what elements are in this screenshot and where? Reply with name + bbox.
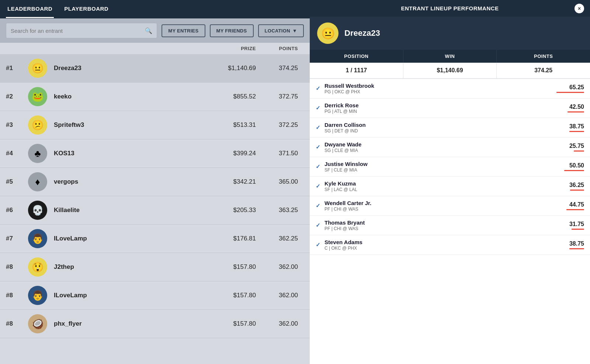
perf-header-position: POSITION: [310, 50, 403, 63]
left-panel: LEADERBOARD PLAYERBOARD 🔍 MY ENTRIES MY …: [0, 0, 310, 364]
my-entries-button[interactable]: MY ENTRIES: [162, 24, 205, 37]
table-row[interactable]: #8 🥥 phx_flyer $157.80 362.00: [0, 310, 310, 338]
username-label: Spriteftw3: [54, 121, 197, 129]
table-row[interactable]: #2 🐸 keeko $855.52 372.75: [0, 83, 310, 111]
table-row[interactable]: #7 👨 ILoveLamp $176.81 362.25: [0, 225, 310, 253]
prize-value: $157.80: [197, 292, 256, 299]
player-row[interactable]: ✓ Dwyane Wade SG | CLE @ MIA 25.75: [310, 138, 590, 157]
avatar-image: 🥥: [28, 314, 47, 333]
leaderboard-list: #1 😐 Dreeza23 $1,140.69 374.25 #2 🐸 keek…: [0, 54, 310, 364]
table-row[interactable]: #6 💀 Killaelite $205.33 363.25: [0, 196, 310, 225]
avatar-image: 👨: [28, 229, 47, 248]
prize-value: $513.31: [197, 121, 256, 129]
panel-header: ENTRANT LINEUP PERFORMANCE ×: [310, 0, 590, 17]
checkmark-icon: ✓: [316, 144, 323, 150]
search-input[interactable]: [11, 28, 145, 34]
rank-label: #8: [6, 263, 28, 271]
tab-leaderboard[interactable]: LEADERBOARD: [6, 0, 54, 18]
score-wrap: 36.25: [566, 182, 584, 191]
avatar: 😕: [28, 115, 54, 135]
close-button[interactable]: ×: [575, 4, 584, 13]
player-meta: C | OKC @ PHX: [324, 246, 566, 251]
avatar-image: 👨: [28, 286, 47, 305]
table-row[interactable]: #3 😕 Spriteftw3 $513.31 372.25: [0, 111, 310, 139]
checkmark-icon: ✓: [316, 85, 323, 92]
player-row[interactable]: ✓ Justise Winslow SF | CLE @ MIA 50.50: [310, 157, 590, 177]
table-row[interactable]: #8 👨 ILoveLamp $157.80 362.00: [0, 281, 310, 310]
player-row[interactable]: ✓ Steven Adams C | OKC @ PHX 38.75: [310, 235, 590, 255]
rank-label: #6: [6, 207, 28, 214]
score-bar: [574, 150, 584, 152]
prize-value: $342.21: [197, 178, 256, 186]
points-value: 362.00: [256, 292, 304, 299]
performance-headers: POSITION WIN POINTS: [310, 50, 590, 63]
prize-value: $157.80: [197, 263, 256, 271]
panel-title: ENTRANT LINEUP PERFORMANCE: [401, 5, 499, 11]
player-score: 50.50: [566, 162, 584, 169]
table-row[interactable]: #5 ♦ vergops $342.21 365.00: [0, 168, 310, 196]
player-row[interactable]: ✓ Darren Collison SG | DET @ IND 38.75: [310, 118, 590, 138]
player-score: 31.75: [566, 221, 584, 228]
player-score: 44.75: [566, 201, 584, 208]
score-bar: [570, 190, 584, 191]
player-info: Steven Adams C | OKC @ PHX: [323, 239, 566, 251]
prize-value: $1,140.69: [197, 65, 256, 72]
player-name: Dwyane Wade: [324, 141, 566, 148]
player-row[interactable]: ✓ Kyle Kuzma SF | LAC @ LAL 36.25: [310, 177, 590, 196]
score-wrap: 65.25: [556, 84, 584, 93]
player-meta: PF | CHI @ WAS: [324, 226, 566, 231]
entrant-avatar: 😐: [317, 22, 339, 44]
prize-value: $176.81: [197, 235, 256, 242]
username-label: ILoveLamp: [54, 235, 197, 242]
player-row[interactable]: ✓ Derrick Rose PG | ATL @ MIN 42.50: [310, 98, 590, 118]
search-filter-bar: 🔍 MY ENTRIES MY FRIENDS LOCATION ▼: [0, 18, 310, 43]
player-meta: SF | CLE @ MIA: [324, 167, 564, 173]
player-row[interactable]: ✓ Russell Westbrook PG | OKC @ PHX 65.25: [310, 79, 590, 98]
table-row[interactable]: #8 😲 J2thep $157.80 362.00: [0, 253, 310, 281]
avatar: 👨: [28, 229, 54, 248]
username-label: J2thep: [54, 263, 197, 271]
player-name: Darren Collison: [324, 122, 566, 128]
username-label: Dreeza23: [54, 65, 197, 72]
checkmark-icon: ✓: [316, 163, 323, 170]
prize-value: $399.24: [197, 150, 256, 157]
checkmark-icon: ✓: [316, 124, 323, 131]
entrant-avatar-emoji: 😐: [321, 27, 335, 40]
table-row[interactable]: #4 ♣ KOS13 $399.24 371.50: [0, 139, 310, 168]
score-wrap: 42.50: [566, 104, 584, 112]
table-row[interactable]: #1 😐 Dreeza23 $1,140.69 374.25: [0, 54, 310, 83]
location-button[interactable]: LOCATION ▼: [258, 24, 304, 37]
rank-label: #1: [6, 65, 28, 72]
avatar-image: ♣: [28, 144, 47, 163]
avatar-image: 😐: [28, 59, 47, 78]
chevron-down-icon: ▼: [292, 28, 297, 34]
player-info: Justise Winslow SF | CLE @ MIA: [323, 161, 564, 173]
points-value: 372.25: [256, 121, 304, 129]
checkmark-icon: ✓: [316, 222, 323, 229]
score-bar: [568, 111, 584, 112]
perf-val-win: $1,140.69: [403, 63, 497, 78]
player-meta: PG | ATL @ MIN: [324, 109, 566, 114]
my-friends-button[interactable]: MY FRIENDS: [210, 24, 254, 37]
player-score: 25.75: [566, 143, 584, 149]
avatar-image: 😲: [28, 257, 47, 277]
prize-value: $157.80: [197, 320, 256, 327]
player-meta: SF | LAC @ LAL: [324, 187, 566, 192]
rank-label: #2: [6, 93, 28, 100]
player-info: Russell Westbrook PG | OKC @ PHX: [323, 83, 556, 94]
player-row[interactable]: ✓ Wendell Carter Jr. PF | CHI @ WAS 44.7…: [310, 196, 590, 216]
points-value: 362.00: [256, 263, 304, 271]
avatar: 😲: [28, 257, 54, 277]
score-bar: [566, 209, 584, 210]
username-label: vergops: [54, 178, 197, 186]
avatar: ♦: [28, 172, 54, 191]
points-value: 374.25: [256, 65, 304, 72]
player-name: Russell Westbrook: [324, 83, 556, 89]
tab-playerboard[interactable]: PLAYERBOARD: [63, 0, 110, 18]
player-row[interactable]: ✓ Thomas Bryant PF | CHI @ WAS 31.75: [310, 216, 590, 235]
player-score: 38.75: [566, 240, 584, 247]
checkmark-icon: ✓: [316, 242, 323, 248]
performance-values: 1 / 1117 $1,140.69 374.25: [310, 63, 590, 79]
avatar-image: 💀: [28, 201, 47, 220]
entrant-profile: 😐 Dreeza23: [310, 17, 590, 50]
